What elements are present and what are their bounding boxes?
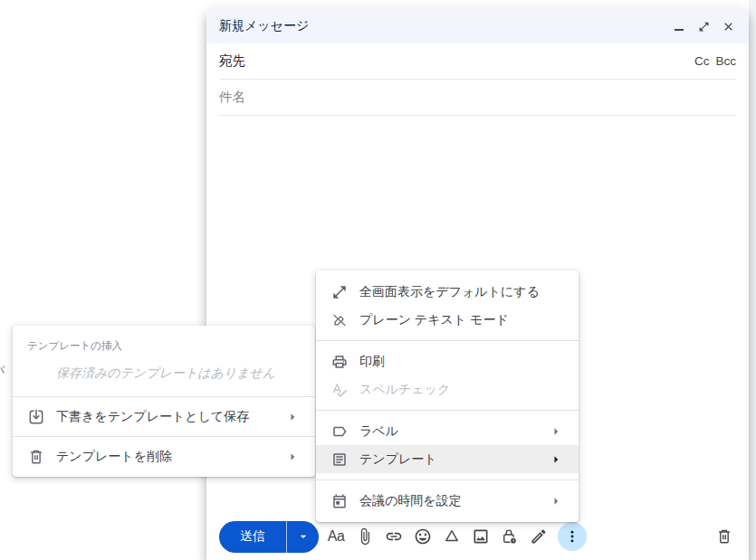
- template-submenu: テンプレートの挿入 保存済みのテンプレートはありません 下書きをテンプレートとし…: [13, 326, 315, 477]
- insert-from-drive-button[interactable]: [440, 525, 464, 548]
- formatting-options-icon: Aa: [328, 528, 345, 545]
- menu-divider: [316, 410, 579, 411]
- subject-field[interactable]: 件名: [219, 80, 736, 116]
- formatting-options-button[interactable]: Aa: [324, 525, 348, 548]
- save-template-icon: [27, 408, 45, 426]
- subject-placeholder: 件名: [219, 89, 245, 106]
- insert-emoji-button[interactable]: [411, 525, 435, 548]
- calendar-icon: [330, 492, 349, 510]
- menu-item-save-draft-as-template[interactable]: 下書きをテンプレートとして保存: [13, 396, 315, 436]
- minimize-icon: [675, 29, 684, 31]
- close-icon: [722, 20, 735, 33]
- dropdown-arrow-icon: [296, 529, 311, 544]
- more-vert-icon: [564, 528, 580, 545]
- menu-item-print[interactable]: 印刷: [316, 347, 579, 375]
- minimize-button[interactable]: [671, 18, 687, 34]
- compose-toolbar: 送信 Aa: [219, 520, 736, 553]
- drive-icon: [443, 527, 461, 546]
- pen-icon: [530, 527, 548, 546]
- menu-item-template[interactable]: テンプレート: [316, 445, 579, 473]
- insert-photo-button[interactable]: [469, 525, 493, 548]
- trash-icon: [715, 527, 733, 546]
- submenu-arrow-icon: [548, 451, 564, 468]
- fullscreen-button[interactable]: [695, 18, 712, 34]
- to-label: 宛先: [219, 52, 245, 70]
- print-icon: [330, 353, 349, 371]
- plain-text-mode-icon: [330, 311, 349, 329]
- trash-icon: [27, 448, 45, 466]
- more-options-button[interactable]: [558, 522, 587, 551]
- insert-signature-button[interactable]: [527, 525, 550, 548]
- confidential-mode-button[interactable]: [498, 525, 522, 548]
- link-icon: [385, 527, 403, 546]
- menu-item-label[interactable]: ラベル: [316, 417, 579, 445]
- send-button[interactable]: 送信: [219, 521, 286, 553]
- recipients-field[interactable]: 宛先 Cc Bcc: [219, 43, 736, 80]
- spellcheck-icon: [330, 381, 349, 399]
- open-in-full-icon: [330, 283, 349, 301]
- paperclip-icon: [356, 527, 374, 546]
- more-options-menu: 全画面表示をデフォルトにする プレーン テキスト モード 印刷 スペルチェック …: [316, 271, 579, 522]
- send-split-button: 送信: [219, 521, 319, 553]
- discard-draft-button[interactable]: [713, 525, 736, 548]
- lock-clock-icon: [501, 527, 519, 546]
- submenu-header: テンプレートの挿入: [13, 326, 315, 358]
- menu-divider: [316, 479, 579, 480]
- submenu-arrow-icon: [284, 409, 301, 425]
- submenu-arrow-icon: [284, 449, 301, 465]
- emoji-icon: [414, 527, 432, 546]
- no-templates-message: 保存済みのテンプレートはありません: [13, 358, 315, 396]
- template-icon: [330, 451, 349, 469]
- menu-divider: [316, 340, 579, 341]
- attach-file-button[interactable]: [353, 525, 377, 548]
- menu-item-set-meeting-time[interactable]: 会議の時間を設定: [316, 487, 579, 515]
- insert-link-button[interactable]: [382, 525, 406, 548]
- cc-button[interactable]: Cc: [694, 54, 710, 68]
- submenu-arrow-icon: [548, 423, 564, 440]
- close-button[interactable]: [720, 18, 736, 34]
- open-in-full-icon: [698, 21, 710, 33]
- submenu-arrow-icon: [548, 493, 564, 509]
- menu-item-fullscreen-default[interactable]: 全画面表示をデフォルトにする: [316, 278, 579, 306]
- send-options-button[interactable]: [287, 521, 319, 553]
- image-icon: [472, 527, 490, 546]
- bcc-button[interactable]: Bcc: [715, 54, 736, 68]
- label-icon: [330, 422, 349, 441]
- compose-title: 新規メッセージ: [219, 18, 309, 34]
- page-background-strip: [749, 0, 756, 560]
- menu-item-spellcheck: スペルチェック: [316, 375, 579, 403]
- menu-item-plain-text-mode[interactable]: プレーン テキスト モード: [316, 306, 579, 334]
- menu-item-delete-template[interactable]: テンプレートを削除: [13, 436, 315, 476]
- background-text-fragment: バ: [0, 363, 5, 378]
- compose-header[interactable]: 新規メッセージ: [206, 9, 749, 43]
